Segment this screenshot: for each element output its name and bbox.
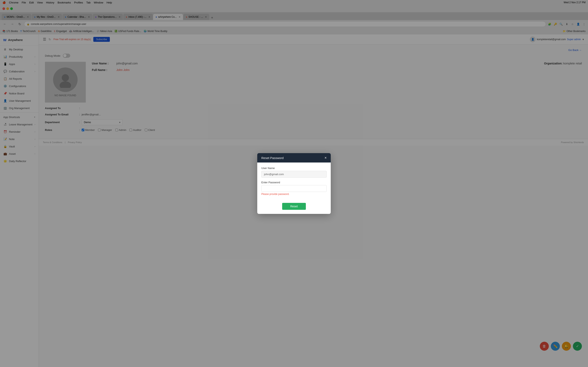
modal-password-label: Enter Password [261,181,327,184]
modal-username-group: User Name [261,167,327,178]
modal-username-input[interactable] [261,171,327,178]
modal-password-input[interactable] [261,185,327,192]
modal-header: Reset Password × [257,153,331,162]
reset-password-modal: Reset Password × User Name Enter Passwor… [257,153,331,214]
modal-overlay: Reset Password × User Name Enter Passwor… [0,0,588,367]
reset-button[interactable]: Reset [282,203,306,210]
modal-body: User Name Enter Password Please provide … [257,162,331,203]
modal-username-label: User Name [261,167,327,170]
modal-close-button[interactable]: × [324,156,327,160]
modal-password-group: Enter Password Please provide password. [261,181,327,196]
modal-error-text: Please provide password. [261,193,327,196]
modal-title: Reset Password [261,156,284,160]
modal-footer: Reset [257,203,331,214]
